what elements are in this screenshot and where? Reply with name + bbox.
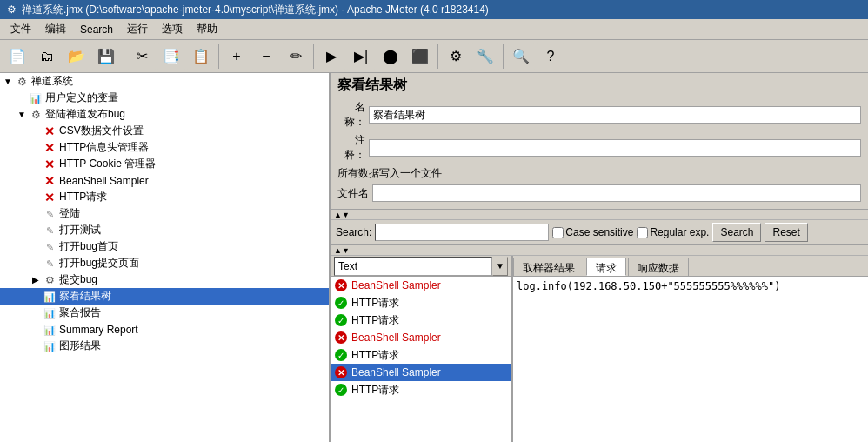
result-item-6[interactable]: ✓HTTP请求 <box>331 381 511 398</box>
result-item-1[interactable]: ✓HTTP请求 <box>331 294 511 311</box>
search-button[interactable]: Search <box>712 223 761 242</box>
result-tab-1[interactable]: 请求 <box>586 258 626 276</box>
tree-item-graph[interactable]: 📊图形结果 <box>0 338 329 354</box>
toolbar-btn-clear[interactable]: ✏ <box>282 43 310 70</box>
regex-group: Regular exp. <box>637 226 709 238</box>
result-list: TextErrorsSuccesses ▼ ✕BeanShell Sampler… <box>331 256 513 442</box>
result-tab-2[interactable]: 响应数据 <box>628 258 689 276</box>
bottom-split: TextErrorsSuccesses ▼ ✕BeanShell Sampler… <box>331 256 868 442</box>
tree-panel: ▼⚙禅道系统 📊用户定义的变量▼⚙登陆禅道发布bug ✕CSV数据文件设置 ✕H… <box>0 73 331 442</box>
tree-icon: ✕ <box>42 124 57 138</box>
tree-label: 用户定义的变量 <box>43 90 118 105</box>
result-item-5[interactable]: ✕BeanShell Sampler <box>331 364 511 381</box>
tree-label: 提交bug <box>57 272 97 287</box>
result-item-2[interactable]: ✓HTTP请求 <box>331 311 511 329</box>
toolbar-btn-start[interactable]: ▶ <box>317 43 345 70</box>
toolbar-separator-20 <box>503 44 504 69</box>
tree-label: 图形结果 <box>57 338 101 353</box>
collapse-row-1[interactable]: ▲▼ <box>331 210 868 220</box>
main-layout: ▼⚙禅道系统 📊用户定义的变量▼⚙登陆禅道发布bug ✕CSV数据文件设置 ✕H… <box>0 73 868 442</box>
menu-item-文件[interactable]: 文件 <box>3 20 38 38</box>
toolbar-btn-open[interactable]: 📂 <box>63 43 90 70</box>
result-content: log.info(192.168.50.150+"555555555%%%%%%… <box>513 277 868 442</box>
ok-icon: ✓ <box>334 348 348 362</box>
tree-item-user-vars[interactable]: 📊用户定义的变量 <box>0 90 329 106</box>
ok-icon: ✓ <box>334 313 348 327</box>
toolbar-btn-remove[interactable]: − <box>252 43 280 70</box>
tree-item-summary[interactable]: 📊Summary Report <box>0 321 329 338</box>
result-tab-0[interactable]: 取样器结果 <box>513 258 584 276</box>
toolbar-btn-new[interactable]: 📄 <box>3 43 31 70</box>
toolbar-btn-stop[interactable]: ⬤ <box>377 43 404 70</box>
menu-item-选项[interactable]: 选项 <box>155 20 190 38</box>
toolbar-btn-remote-stop[interactable]: 🔧 <box>471 43 499 70</box>
right-panel: 察看结果树 名称： 注释： 所有数据写入一个文件 文件名 ▲▼ Search: <box>331 73 868 442</box>
comment-input[interactable] <box>369 139 861 157</box>
toolbar-btn-remote-run[interactable]: ⚙ <box>442 43 470 70</box>
toolbar-btn-search[interactable]: 🔍 <box>507 43 535 70</box>
file-input[interactable] <box>372 184 861 202</box>
tree-icon: 📊 <box>42 307 57 319</box>
menu-item-运行[interactable]: 运行 <box>120 20 155 38</box>
tree-item-open-test[interactable]: ✎打开测试 <box>0 222 329 238</box>
tree-item-aggregate[interactable]: 📊聚合报告 <box>0 305 329 321</box>
result-items: ✕BeanShell Sampler✓HTTP请求✓HTTP请求✕BeanShe… <box>331 277 511 398</box>
tree-item-submit-bug[interactable]: ▶⚙提交bug <box>0 271 329 288</box>
dropdown-arrow[interactable]: ▼ <box>492 257 508 276</box>
toolbar-btn-paste[interactable]: 📋 <box>187 43 215 70</box>
menu-item-帮助[interactable]: 帮助 <box>190 20 224 38</box>
toolbar-btn-add[interactable]: + <box>223 43 250 70</box>
result-tabs: 取样器结果请求响应数据 <box>513 256 868 277</box>
tree-item-view-result[interactable]: 📊察看结果树 <box>0 288 329 305</box>
reset-button[interactable]: Reset <box>765 223 807 242</box>
toolbar-btn-start-no-pauses[interactable]: ▶| <box>347 43 375 70</box>
toolbar-btn-stop-now[interactable]: ⬛ <box>406 43 434 70</box>
result-item-label: BeanShell Sampler <box>351 279 441 291</box>
tree-item-http1[interactable]: ✕HTTP请求 <box>0 189 329 205</box>
toolbar-btn-cut[interactable]: ✂ <box>128 43 156 70</box>
result-item-4[interactable]: ✓HTTP请求 <box>331 346 511 364</box>
tree-label: 察看结果树 <box>57 289 111 304</box>
tree-item-login[interactable]: ✎登陆 <box>0 205 329 222</box>
tree-item-login-bug[interactable]: ▼⚙登陆禅道发布bug <box>0 106 329 123</box>
toolbar-btn-templates[interactable]: 🗂 <box>33 43 61 70</box>
regex-label: Regular exp. <box>650 226 709 238</box>
toolbar-btn-save[interactable]: 💾 <box>92 43 120 70</box>
case-sensitive-label: Case sensitive <box>565 226 633 238</box>
tree-item-open-home[interactable]: ✎打开bug首页 <box>0 238 329 255</box>
toolbar-separator-4 <box>124 44 124 69</box>
menu-item-编辑[interactable]: 编辑 <box>38 20 73 38</box>
toolbar-btn-help[interactable]: ? <box>537 43 564 70</box>
toolbar-separator-17 <box>437 44 438 69</box>
tree-item-cookie[interactable]: ✕HTTP Cookie 管理器 <box>0 156 329 172</box>
form-area: 察看结果树 名称： 注释： 所有数据写入一个文件 文件名 <box>331 73 868 210</box>
menu-item-Search[interactable]: Search <box>73 22 120 37</box>
text-filter-row: TextErrorsSuccesses ▼ <box>331 256 511 277</box>
toolbar: 📄🗂📂💾✂📑📋+−✏▶▶|⬤⬛⚙🔧🔍? <box>0 40 868 73</box>
tree-item-root[interactable]: ▼⚙禅道系统 <box>0 73 329 90</box>
tree-icon: ✎ <box>42 258 57 270</box>
collapse-arrow-1: ▲▼ <box>334 211 350 219</box>
tree-item-open-bug-page[interactable]: ✎打开bug提交页面 <box>0 255 329 271</box>
case-sensitive-checkbox[interactable] <box>552 227 564 238</box>
tree-label: 打开bug提交页面 <box>57 256 139 271</box>
tree-item-http-header[interactable]: ✕HTTP信息头管理器 <box>0 139 329 156</box>
tree-item-csv[interactable]: ✕CSV数据文件设置 <box>0 123 329 139</box>
search-label: Search: <box>336 226 371 238</box>
collapse-row-2[interactable]: ▲▼ <box>331 245 868 256</box>
result-item-0[interactable]: ✕BeanShell Sampler <box>331 277 511 294</box>
regex-checkbox[interactable] <box>637 227 648 238</box>
menu-bar: 文件编辑Search运行选项帮助 <box>0 19 868 40</box>
ok-icon: ✓ <box>334 383 348 397</box>
name-input[interactable] <box>369 106 861 124</box>
text-filter-select[interactable]: TextErrorsSuccesses <box>334 257 492 276</box>
search-input[interactable] <box>375 224 549 241</box>
error-icon: ✕ <box>334 278 348 292</box>
file-label: 文件名 <box>337 186 369 201</box>
result-right: 取样器结果请求响应数据 log.info(192.168.50.150+"555… <box>513 256 868 442</box>
toolbar-btn-copy[interactable]: 📑 <box>157 43 185 70</box>
tree-item-beanshell1[interactable]: ✕BeanShell Sampler <box>0 172 329 189</box>
tree-icon: ✎ <box>42 241 57 253</box>
result-item-3[interactable]: ✕BeanShell Sampler <box>331 329 511 346</box>
result-item-label: HTTP请求 <box>351 383 399 398</box>
